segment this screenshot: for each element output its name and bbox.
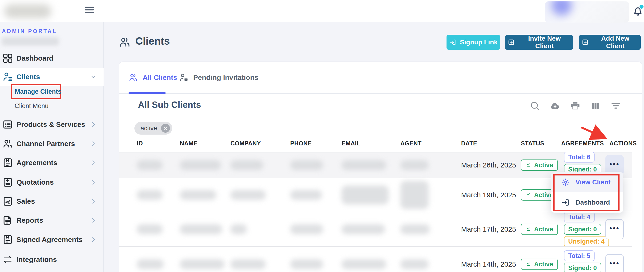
- active-tab-underline: [128, 92, 166, 94]
- signup-link-button[interactable]: Signup Link: [446, 35, 500, 50]
- chevron-right-icon: [90, 217, 97, 224]
- cell-agent-blurred: [400, 224, 430, 234]
- cell-email-blurred: [342, 224, 385, 234]
- column-header-status[interactable]: STATUS: [521, 140, 544, 147]
- sidebar-item-label: Signed Agreements: [16, 236, 82, 244]
- sidebar-item-agreements[interactable]: Agreements: [0, 155, 104, 170]
- doc-plus-icon: [2, 177, 13, 188]
- column-header-company[interactable]: COMPANY: [230, 140, 261, 147]
- chip-close-icon[interactable]: [161, 124, 170, 133]
- invite-new-client-button[interactable]: Invite New Client: [505, 35, 573, 50]
- chevron-right-icon: [90, 198, 97, 205]
- table-row[interactable]: March 17th, 2025ActiveTotal: 4Signed: 0U…: [119, 212, 632, 246]
- download-icon[interactable]: [550, 100, 560, 111]
- sidebar-item-channel-partners[interactable]: Channel Partners: [0, 136, 104, 151]
- column-header-id[interactable]: ID: [137, 140, 143, 147]
- cell-date: March 19th, 2025: [461, 191, 516, 199]
- cell-agreements: Total: 4Signed: 0Unsigned: 4: [564, 212, 609, 247]
- chevron-down-icon: [90, 73, 97, 80]
- tab-all-clients[interactable]: All Clients: [128, 62, 177, 93]
- sidebar-item-label: Channel Partners: [16, 140, 75, 148]
- popup-item-view-client[interactable]: View Client: [551, 172, 623, 192]
- chevron-right-icon: [90, 121, 97, 128]
- row-actions-button[interactable]: •••: [606, 219, 624, 239]
- search-icon[interactable]: [529, 100, 540, 111]
- filter-chip-label: active: [140, 125, 157, 132]
- doc-bookmark-icon: [2, 234, 13, 245]
- print-icon[interactable]: [570, 100, 581, 111]
- tab-bar: All ClientsPending Invitations: [119, 62, 642, 94]
- portal-label: ADMIN PORTAL: [2, 28, 57, 34]
- check-icon: [526, 162, 532, 168]
- add-new-client-button[interactable]: Add New Client: [579, 35, 641, 50]
- sidebar-item-sales[interactable]: Sales: [0, 194, 104, 209]
- column-header-agreements[interactable]: AGREEMENTS: [561, 140, 604, 147]
- login-icon: [449, 38, 457, 46]
- page-title: Clients: [135, 35, 170, 47]
- cell-email-blurred: [342, 160, 386, 170]
- column-header-name[interactable]: NAME: [180, 140, 198, 147]
- filter-icon[interactable]: [610, 100, 621, 111]
- doc-bookmark-icon: [2, 157, 13, 168]
- cell-phone-blurred: [290, 224, 323, 234]
- status-badge-active: Active: [521, 224, 558, 235]
- sidebar-subitem-manage-clients[interactable]: Manage Clients: [15, 88, 62, 95]
- column-header-agent[interactable]: AGENT: [400, 140, 422, 147]
- red-annotation-box-manage-clients: Manage Clients: [11, 84, 61, 99]
- table-header-row: IDNAMECOMPANYPHONEEMAILAGENTDATESTATUSAG…: [119, 135, 632, 152]
- clients-card: All ClientsPending Invitations All Sub C…: [119, 62, 642, 272]
- cell-date: March 17th, 2025: [461, 225, 516, 233]
- cell-actions: •••: [606, 254, 624, 272]
- cell-email-blurred: [342, 186, 388, 204]
- sidebar-item-clients[interactable]: Clients: [0, 68, 104, 86]
- agreements-unsigned-badge: Unsigned: 4: [564, 236, 609, 247]
- person-lines-icon: [179, 73, 188, 82]
- column-header-date[interactable]: DATE: [461, 140, 477, 147]
- sidebar-item-products-services[interactable]: Products & Services: [0, 117, 104, 132]
- agreements-signed-badge: Signed: 0: [564, 224, 601, 235]
- sidebar-item-label: Agreements: [16, 159, 57, 167]
- sidebar-item-dashboard[interactable]: Dashboard: [0, 51, 104, 66]
- filter-chip-active[interactable]: active: [134, 122, 172, 135]
- sidebar-item-label: Products & Services: [16, 121, 85, 129]
- status-badge-active: Active: [521, 259, 558, 270]
- grid-icon: [2, 53, 13, 64]
- sidebar-subitem-client-menu[interactable]: Client Menu: [14, 102, 48, 110]
- cell-company-blurred: [230, 224, 247, 234]
- hamburger-menu-icon[interactable]: [84, 4, 95, 15]
- status-badge-active: Active: [521, 159, 558, 171]
- user-profile-blurred[interactable]: [545, 1, 629, 22]
- table-row[interactable]: March 14th, 2025ActiveTotal: 5Signed: 0U…: [119, 246, 632, 272]
- agreements-signed-badge: Signed: 0: [564, 263, 601, 272]
- button-label: Invite New Client: [518, 35, 570, 50]
- button-label: Add New Client: [592, 35, 638, 50]
- cell-company-blurred: [230, 160, 264, 170]
- sidebar-item-integrations[interactable]: Integrations: [0, 252, 104, 267]
- sidebar: ADMIN PORTAL DashboardClientsManage Clie…: [0, 22, 104, 272]
- doc-chart-icon: [2, 196, 13, 207]
- admin-portal-app: ADMIN PORTAL DashboardClientsManage Clie…: [0, 0, 644, 272]
- sidebar-item-label: Reports: [16, 216, 43, 224]
- column-header-email[interactable]: EMAIL: [342, 140, 360, 147]
- sidebar-item-reports[interactable]: Reports: [0, 213, 104, 228]
- sidebar-item-signed-agreements[interactable]: Signed Agreements: [0, 232, 104, 247]
- cell-email-blurred: [342, 259, 386, 269]
- column-header-phone[interactable]: PHONE: [290, 140, 312, 147]
- row-actions-button[interactable]: •••: [606, 254, 624, 272]
- notification-dot: [640, 5, 644, 9]
- popup-item-dashboard[interactable]: Dashboard: [551, 192, 623, 213]
- cell-name-blurred: [180, 160, 221, 170]
- cell-date: March 14th, 2025: [461, 260, 516, 268]
- notification-bell-icon[interactable]: [632, 5, 644, 17]
- sidebar-item-quotations[interactable]: Quotations: [0, 175, 104, 190]
- view-columns-icon[interactable]: [590, 100, 601, 111]
- tab-label: All Clients: [143, 74, 177, 82]
- check-icon: [526, 261, 532, 267]
- column-header-actions[interactable]: ACTIONS: [610, 140, 637, 147]
- doc-text-icon: [2, 215, 13, 226]
- clients-page-icon: [119, 36, 131, 48]
- tab-pending-invitations[interactable]: Pending Invitations: [179, 62, 258, 93]
- cell-status: Active: [521, 224, 558, 235]
- cell-agent-blurred: [400, 259, 429, 269]
- chevron-right-icon: [90, 159, 97, 166]
